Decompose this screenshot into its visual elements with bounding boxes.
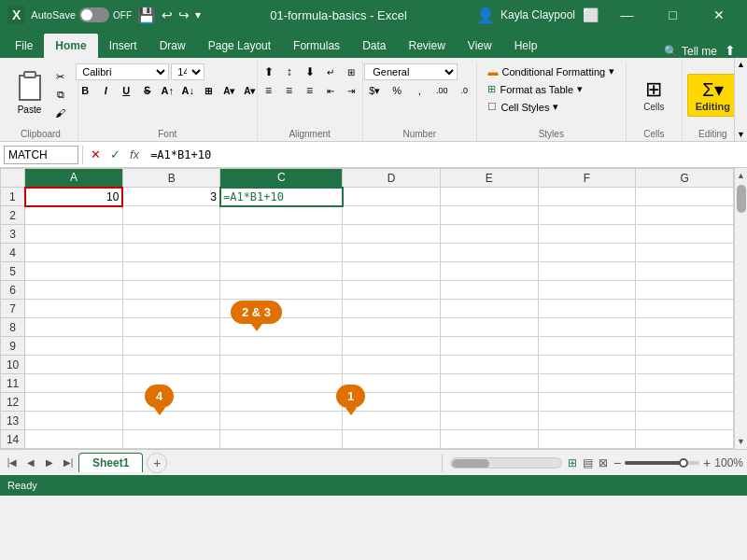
row-number-2[interactable]: 2 [1, 206, 25, 225]
cell-e10[interactable] [440, 356, 538, 374]
cell-c4[interactable] [220, 244, 343, 262]
cell-a7[interactable] [25, 300, 123, 318]
cell-d2[interactable] [343, 206, 441, 225]
cell-e8[interactable] [440, 318, 538, 337]
comma-btn[interactable]: , [409, 82, 430, 99]
number-format-select[interactable]: General [364, 63, 458, 80]
cell-e3[interactable] [440, 225, 538, 244]
share-btn[interactable]: ⬆ [717, 43, 743, 58]
cell-e2[interactable] [440, 206, 538, 225]
cell-a12[interactable] [25, 393, 123, 412]
cell-g2[interactable] [636, 206, 734, 225]
cell-a14[interactable] [25, 430, 123, 449]
vertical-scrollbar[interactable]: ▲ ▼ [734, 168, 747, 449]
cell-e4[interactable] [440, 244, 538, 262]
row-number-9[interactable]: 9 [1, 337, 25, 356]
cell-e5[interactable] [440, 262, 538, 281]
cell-a5[interactable] [25, 262, 123, 281]
cell-e9[interactable] [440, 337, 538, 356]
ribbon-scroll-up[interactable]: ▲ [737, 60, 745, 69]
cell-e1[interactable] [440, 188, 538, 206]
cell-g7[interactable] [636, 300, 734, 318]
tab-view[interactable]: View [457, 34, 503, 58]
ribbon-display-btn[interactable]: ⬜ [583, 7, 599, 22]
cell-e7[interactable] [440, 300, 538, 318]
dollar-btn[interactable]: $▾ [364, 82, 385, 99]
cell-b10[interactable] [122, 356, 220, 374]
cell-f6[interactable] [538, 281, 636, 300]
maximize-btn[interactable]: □ [652, 0, 694, 30]
scroll-thumb[interactable] [737, 185, 746, 213]
cell-f10[interactable] [538, 356, 636, 374]
cell-f4[interactable] [538, 244, 636, 262]
cell-f13[interactable] [538, 412, 636, 430]
fx-button[interactable]: fx [126, 147, 143, 161]
redo-btn[interactable]: ↪ [178, 7, 190, 22]
sheet-tab-sheet1[interactable]: Sheet1 [78, 453, 143, 472]
cell-e12[interactable] [440, 393, 538, 412]
cell-b2[interactable] [122, 206, 220, 225]
cell-f12[interactable] [538, 393, 636, 412]
italic-button[interactable]: I [96, 82, 115, 99]
cell-a3[interactable] [25, 225, 123, 244]
zoom-out-btn[interactable]: − [613, 455, 621, 470]
cell-d13[interactable] [343, 412, 441, 430]
row-number-8[interactable]: 8 [1, 318, 25, 337]
tab-data[interactable]: Data [351, 34, 397, 58]
zoom-bar[interactable] [625, 461, 699, 465]
cell-g14[interactable] [636, 430, 734, 449]
decrease-decimal-btn[interactable]: .0 [454, 82, 474, 99]
right-align-btn[interactable]: ≡ [301, 82, 319, 99]
autosave-toggle[interactable]: AutoSave OFF [31, 7, 132, 22]
cell-e14[interactable] [440, 430, 538, 449]
cell-f2[interactable] [538, 206, 636, 225]
cell-c10[interactable] [220, 356, 343, 374]
cells-button[interactable]: ⊞ Cells [631, 74, 676, 116]
row-number-3[interactable]: 3 [1, 225, 25, 244]
font-color-button[interactable]: A▾ [240, 82, 259, 99]
cell-c11[interactable] [220, 374, 343, 393]
cell-b5[interactable] [122, 262, 220, 281]
strikethrough-button[interactable]: S̶ [137, 82, 156, 99]
undo-btn[interactable]: ↩ [162, 7, 173, 22]
cell-c12[interactable] [220, 393, 343, 412]
decrease-indent-btn[interactable]: ⇤ [321, 82, 340, 99]
cell-b7[interactable] [122, 300, 220, 318]
cell-f11[interactable] [538, 374, 636, 393]
row-number-5[interactable]: 5 [1, 262, 25, 281]
copy-button[interactable]: ⧉ [50, 87, 71, 104]
cell-g3[interactable] [636, 225, 734, 244]
top-align-btn[interactable]: ⬆ [260, 63, 278, 80]
cell-styles-btn[interactable]: ☐ Cell Styles ▾ [482, 99, 564, 115]
increase-indent-btn[interactable]: ⇥ [342, 82, 360, 99]
fill-color-button[interactable]: A▾ [219, 82, 238, 99]
row-number-7[interactable]: 7 [1, 300, 25, 318]
tab-draw[interactable]: Draw [148, 34, 197, 58]
cell-d9[interactable] [343, 337, 441, 356]
decrease-font-button[interactable]: A↓ [178, 82, 197, 99]
cell-g8[interactable] [636, 318, 734, 337]
cell-g5[interactable] [636, 262, 734, 281]
font-size-select[interactable]: 14 [171, 63, 204, 80]
cell-e13[interactable] [440, 412, 538, 430]
save-btn[interactable]: 💾 [137, 7, 156, 24]
cancel-formula-btn[interactable]: ✕ [87, 147, 105, 161]
cell-d3[interactable] [343, 225, 441, 244]
row-number-10[interactable]: 10 [1, 356, 25, 374]
cell-c6[interactable] [220, 281, 343, 300]
wrap-text-btn[interactable]: ↵ [321, 63, 340, 80]
cell-b4[interactable] [122, 244, 220, 262]
cell-b13[interactable] [122, 412, 220, 430]
row-number-11[interactable]: 11 [1, 374, 25, 393]
cell-c2[interactable] [220, 206, 343, 225]
conditional-formatting-btn[interactable]: ▬ Conditional Formatting ▾ [482, 63, 620, 79]
confirm-formula-btn[interactable]: ✓ [106, 147, 124, 161]
tell-me-area[interactable]: 🔍 Tell me [664, 45, 717, 58]
cell-a8[interactable] [25, 318, 123, 337]
horizontal-scrollbar[interactable] [450, 457, 562, 469]
cell-a4[interactable] [25, 244, 123, 262]
cell-b6[interactable] [122, 281, 220, 300]
cell-a9[interactable] [25, 337, 123, 356]
cell-b14[interactable] [122, 430, 220, 449]
cell-d4[interactable] [343, 244, 441, 262]
